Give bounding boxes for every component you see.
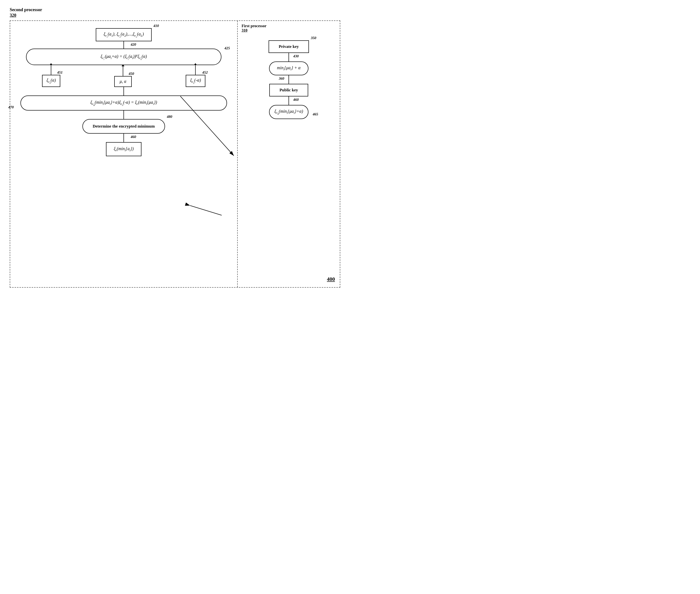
box-480-wrapper: Determine the encrypted minimum 480	[83, 119, 165, 134]
second-processor-label: Second processor 320	[10, 7, 340, 18]
left-panel: ξr1(a1), ξr2(a2),...,ξrL(aL) 410 420 ξri…	[10, 21, 238, 287]
arrow-up-451	[51, 65, 51, 75]
ref-465: 465	[313, 112, 318, 117]
ref-430: 430	[293, 54, 299, 58]
small-boxes-section: ξr0(α) 451 μ, α 450	[15, 65, 232, 87]
first-processor-label: First processor 310	[242, 24, 266, 33]
ref-470: 470	[8, 105, 14, 109]
box-430-wrapper: mini{μai} + α	[269, 62, 308, 75]
arrow-up-452	[195, 65, 196, 75]
box-460-left: ξr(mini{ai})	[106, 142, 141, 156]
box-452-group: ξr0(-α) 452	[186, 65, 205, 87]
box-410: ξr1(a1), ξr2(a2),...,ξrL(aL)	[96, 28, 152, 41]
arrow-down-350-to-430	[288, 53, 289, 62]
box-451: ξr0(α)	[42, 75, 60, 87]
arrow-up-450	[123, 66, 123, 76]
box-350: Private key	[268, 40, 309, 53]
arrow-down-to-480	[124, 110, 124, 119]
ref-350: 350	[311, 36, 316, 40]
box-470: ξrB(mini{μai}+α)ξr0(-α) = ξr(mini{μai})	[21, 96, 227, 110]
box-425-wrapper: ξri'(μai+α) = (ξri(ai))μξr0(α) 425	[15, 48, 232, 65]
figure-number: 400	[327, 276, 335, 282]
box-430: mini{μai} + α	[269, 62, 308, 75]
box-452: ξr0(-α)	[186, 75, 205, 87]
ref-480: 480	[167, 115, 172, 119]
box-350-wrapper: Private key 350	[268, 40, 309, 53]
arrow-down-to-xi-b	[124, 87, 124, 96]
box-460-left-wrapper: ξr(mini{ai})	[106, 142, 141, 156]
box-360-wrapper: Public key	[269, 84, 308, 96]
box-360: Public key	[269, 84, 308, 96]
box-480: Determine the encrypted minimum	[83, 119, 165, 134]
ref-360: 360	[279, 76, 284, 81]
box-470-wrapper: ξrB(mini{μai}+α)ξr0(-α) = ξr(mini{μai}) …	[15, 96, 232, 110]
arrow-down-430-to-360	[288, 75, 289, 84]
ref-425: 425	[225, 46, 230, 50]
box-410-wrapper: ξr1(a1), ξr2(a2),...,ξrL(aL) 410	[96, 28, 152, 41]
ref-460r: 460	[293, 98, 299, 102]
arrow-down-360-to-460r	[288, 96, 289, 105]
ref-420: 420	[131, 42, 136, 47]
page-wrapper: Second processor 320 ξr1(a1), ξr2(a2),..…	[10, 7, 340, 288]
ref-452: 452	[202, 70, 208, 74]
ref-410: 410	[153, 24, 159, 28]
box-425: ξri'(μai+α) = (ξri(ai))μξr0(α)	[26, 48, 222, 65]
ref-451: 451	[57, 70, 63, 74]
ref-460-label: 460	[131, 135, 136, 139]
arrow-down-to-460: 460	[124, 134, 124, 142]
right-panel: First processor 310 Private key 350 430 …	[238, 21, 340, 287]
box-450: μ, α	[114, 76, 131, 87]
box-450-group: μ, α 450	[114, 66, 131, 87]
arrow-410-to-420: 420	[124, 41, 124, 48]
box-460-right-wrapper: ξrB(mini{μai}+α) 465	[269, 105, 309, 119]
ref-450: 450	[129, 72, 134, 76]
box-460-right: ξrB(mini{μai}+α)	[269, 105, 309, 119]
main-diagram: ξr1(a1), ξr2(a2),...,ξrL(aL) 410 420 ξri…	[10, 21, 340, 288]
box-451-group: ξr0(α) 451	[42, 65, 60, 87]
